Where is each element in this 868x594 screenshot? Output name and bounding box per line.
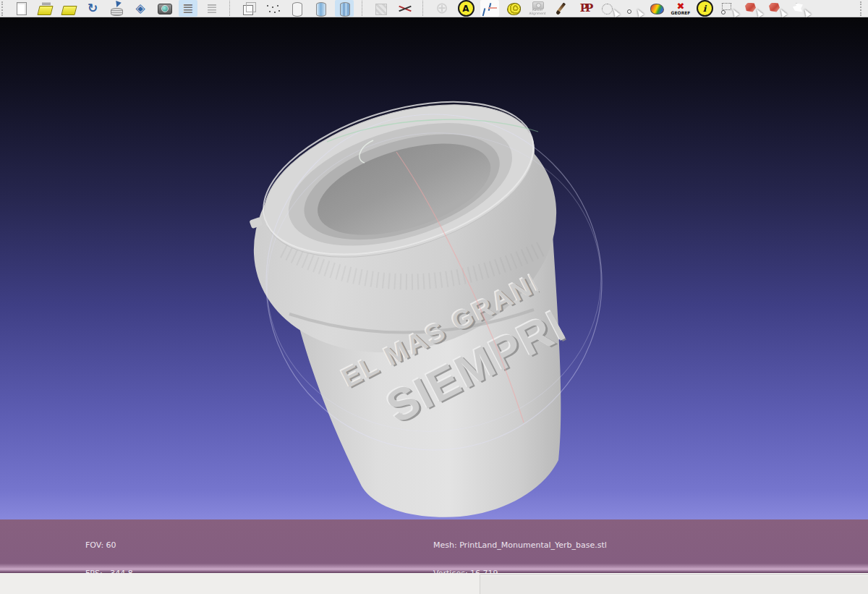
mesh-canvas[interactable]: EL MAS GRANDE EL MAS GRANDE EL MAS GRAND… [0, 17, 868, 519]
main-toolbar: ↻◈≣≣⊕ARaster AlignmentPP✖GEOREFi [0, 0, 868, 17]
toolbar-grip-left [1, 1, 7, 16]
render-smooth-icon[interactable] [311, 0, 330, 17]
raster-alignment-icon[interactable]: Raster Alignment [528, 0, 547, 17]
save-mesh-icon[interactable] [107, 0, 126, 17]
quality-mapper-icon[interactable] [647, 0, 666, 17]
render-flat-icon[interactable] [335, 0, 354, 17]
bottom-bar [0, 573, 868, 594]
hud-band: FOV: 60 FPS: 344.8 BO_RENDERING Mesh: Pr… [0, 519, 868, 573]
ambient-occlusion-icon[interactable]: A [456, 0, 475, 17]
select-lasso-icon[interactable] [791, 0, 809, 17]
pick-points-icon[interactable] [600, 0, 618, 17]
georef-icon[interactable]: ✖GEOREF [671, 0, 690, 17]
bottom-sunken-panel [480, 574, 868, 594]
reload-mesh-icon[interactable]: ↻ [83, 0, 102, 17]
cup-model: EL MAS GRANDE EL MAS GRANDE EL MAS GRAND… [224, 73, 604, 517]
show-layer-dialog-icon[interactable]: ≣ [179, 0, 197, 17]
render-points-icon[interactable] [263, 0, 282, 17]
toolbar-grip-right [860, 1, 865, 16]
separator [362, 1, 364, 16]
show-axis-icon[interactable] [480, 0, 499, 17]
separator [229, 1, 231, 16]
measure-info-icon[interactable]: i [695, 0, 714, 17]
show-raster-layers-icon[interactable]: ≣ [203, 0, 221, 17]
hud-mesh-name: Mesh: PrintLand_Monumental_Yerb_base.stl [433, 540, 607, 550]
render-texture-icon[interactable] [372, 0, 391, 17]
select-faces-rect-icon[interactable] [767, 0, 786, 17]
hud-fov: FOV: 60 [85, 540, 148, 550]
new-document-icon[interactable] [12, 0, 30, 17]
snapshot-camera-icon[interactable] [155, 0, 174, 17]
3d-viewport[interactable]: EL MAS GRANDE EL MAS GRANDE EL MAS GRAND… [0, 17, 868, 573]
render-wireframe-icon[interactable] [287, 0, 306, 17]
show-trackball-icon[interactable]: ⊕ [433, 0, 451, 17]
point-picker-icon[interactable] [624, 0, 642, 17]
select-faces-icon[interactable] [743, 0, 762, 17]
open-mesh-icon[interactable] [59, 0, 78, 17]
z-painting-icon[interactable] [552, 0, 571, 17]
render-bbox-icon[interactable] [239, 0, 258, 17]
parametrization-icon[interactable]: PP [576, 0, 595, 17]
open-project-icon[interactable] [35, 0, 54, 17]
select-vertices-icon[interactable] [719, 0, 738, 17]
save-snapshot-icon[interactable]: ◈ [131, 0, 150, 17]
lighting-shell-icon[interactable] [504, 0, 523, 17]
backface-culling-icon[interactable] [396, 0, 414, 17]
separator [422, 1, 425, 16]
